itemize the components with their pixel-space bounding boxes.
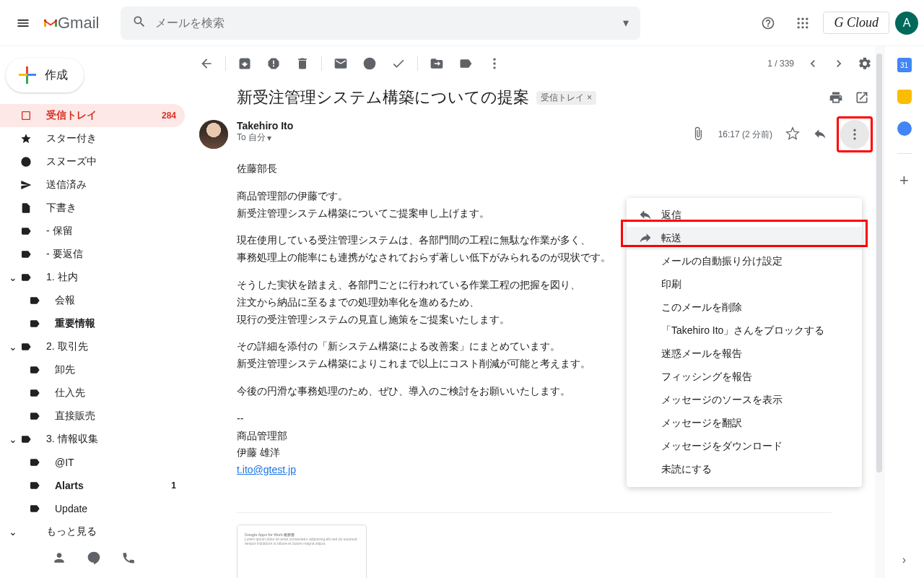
label-icon [19, 179, 33, 191]
spam-icon[interactable] [266, 56, 281, 71]
ctx-item-返信[interactable]: 返信 [627, 204, 862, 227]
back-icon[interactable] [199, 56, 214, 71]
ctx-item-フィッシングを報告[interactable]: フィッシングを報告 [627, 366, 862, 389]
svg-point-0 [798, 17, 800, 20]
svg-point-7 [802, 26, 804, 28]
label-icon [19, 133, 33, 144]
sidebar-subitem[interactable]: 会報 [0, 289, 185, 312]
sidebar-subitem[interactable]: 仕入先 [0, 381, 185, 405]
sender-avatar[interactable] [199, 120, 228, 149]
search-box[interactable]: ▾ [121, 7, 640, 40]
label-icon [27, 457, 42, 468]
ctx-item-このメールを削除[interactable]: このメールを削除 [627, 296, 862, 319]
attachment-icon[interactable] [691, 126, 705, 143]
sidebar-item[interactable]: - 保留 [0, 220, 185, 243]
labels-icon[interactable] [458, 56, 473, 71]
addons-plus-icon[interactable]: + [899, 171, 909, 190]
ctx-item-迷惑メールを報告[interactable]: 迷惑メールを報告 [627, 342, 862, 366]
label-icon [19, 110, 33, 121]
attachment-card[interactable]: Google Apps for Work 概要書Lorem ipsum dolo… [237, 525, 367, 578]
ctx-item-「Takehiro Ito」さんをブロックする[interactable]: 「Takehiro Ito」さんをブロックする [627, 319, 862, 342]
forward-icon [638, 230, 653, 247]
pager-text: 1 / 339 [767, 59, 794, 69]
label-chip[interactable]: 受信トレイ× [536, 91, 596, 105]
label-icon [19, 341, 33, 353]
toolbar: 1 / 339 [185, 46, 884, 81]
chevron-down-icon: ⌄ [9, 272, 19, 283]
star-icon[interactable] [785, 126, 800, 143]
contacts-icon[interactable] [52, 551, 66, 568]
label-icon [27, 480, 42, 491]
sidebar-item[interactable]: スヌーズ中 [0, 150, 185, 173]
sender-email-link[interactable]: t.ito@gtest.jp [237, 464, 296, 475]
sidebar-item[interactable]: 下書き [0, 197, 185, 220]
move-to-icon[interactable] [430, 56, 444, 71]
collapse-panel-icon[interactable]: › [902, 553, 906, 566]
tasks-icon[interactable] [897, 121, 912, 136]
ctx-item-メッセージのソースを表示[interactable]: メッセージのソースを表示 [627, 389, 862, 412]
svg-point-14 [853, 137, 855, 139]
keep-icon[interactable] [897, 90, 912, 104]
reply-icon [638, 207, 653, 224]
sidebar-item[interactable]: 受信トレイ284 [0, 104, 185, 127]
search-input[interactable] [155, 17, 623, 30]
support-icon[interactable] [754, 9, 783, 38]
more-icon[interactable] [487, 56, 502, 71]
sidebar-item[interactable]: 送信済み [0, 173, 185, 197]
compose-button[interactable]: 作成 [6, 58, 84, 92]
sidebar-subitem[interactable]: @IT [0, 451, 185, 474]
sidebar-subitem[interactable]: 重要情報 [0, 312, 185, 335]
sidebar-group[interactable]: ⌄1. 社内 [0, 266, 185, 289]
sidebar-subitem[interactable]: 卸先 [0, 358, 185, 381]
hangouts-icon[interactable] [87, 551, 101, 568]
delete-icon[interactable] [295, 56, 310, 71]
plus-icon [19, 66, 36, 84]
svg-point-2 [806, 17, 808, 20]
ctx-item-印刷[interactable]: 印刷 [627, 273, 862, 296]
chip-remove-icon[interactable]: × [587, 92, 592, 103]
label-icon [19, 272, 33, 283]
ctx-item-メッセージをダウンロード[interactable]: メッセージをダウンロード [627, 435, 862, 458]
phone-icon[interactable] [121, 551, 136, 568]
sidebar-item[interactable]: - 要返信 [0, 243, 185, 266]
svg-point-9 [493, 59, 495, 61]
sidebar-group[interactable]: ⌄2. 取引先 [0, 335, 185, 358]
prev-icon[interactable] [806, 56, 820, 71]
sidebar-subitem[interactable]: 直接販売 [0, 405, 185, 428]
sidebar-subitem[interactable]: Alarts1 [0, 474, 185, 497]
open-new-window-icon[interactable] [855, 90, 869, 105]
snooze-icon[interactable] [362, 56, 377, 71]
scrollbar[interactable] [875, 46, 884, 578]
ctx-item-メールの自動振り分け設定[interactable]: メールの自動振り分け設定 [627, 250, 862, 273]
apps-grid-icon[interactable] [788, 9, 817, 38]
to-line[interactable]: To 自分 ▾ [237, 131, 293, 144]
calendar-icon[interactable] [897, 58, 912, 72]
next-icon[interactable] [832, 56, 846, 71]
attachment-preview: Google Apps for Work 概要書Lorem ipsum dolo… [237, 525, 366, 578]
print-icon[interactable] [829, 90, 843, 105]
settings-icon[interactable] [858, 56, 872, 71]
logo-text: Gmail [58, 14, 99, 33]
search-options-dropdown-icon[interactable]: ▾ [623, 16, 629, 30]
sidebar-group[interactable]: ⌄3. 情報収集 [0, 428, 185, 451]
account-avatar[interactable]: A [895, 12, 918, 35]
svg-point-8 [806, 26, 808, 28]
reply-icon[interactable] [813, 126, 827, 143]
message-more-button[interactable] [840, 120, 869, 149]
ctx-item-メッセージを翻訳[interactable]: メッセージを翻訳 [627, 412, 862, 435]
sidebar-more[interactable]: ⌄ もっと見る [0, 520, 185, 543]
gmail-logo[interactable]: Gmail [43, 14, 99, 33]
add-task-icon[interactable] [391, 56, 406, 71]
label-icon [27, 503, 42, 514]
sidebar-subitem[interactable]: Update [0, 497, 185, 520]
label-icon [27, 295, 42, 306]
sidebar-item[interactable]: スター付き [0, 127, 185, 150]
side-panel: + › [884, 46, 924, 578]
ctx-item-転送[interactable]: 転送 [627, 227, 862, 250]
sender-name[interactable]: Takehiro Ito [237, 120, 293, 131]
archive-icon[interactable] [237, 56, 252, 71]
mark-unread-icon[interactable] [334, 56, 348, 71]
svg-point-1 [802, 17, 804, 20]
main-menu-button[interactable] [6, 6, 40, 40]
ctx-item-未読にする[interactable]: 未読にする [627, 458, 862, 481]
